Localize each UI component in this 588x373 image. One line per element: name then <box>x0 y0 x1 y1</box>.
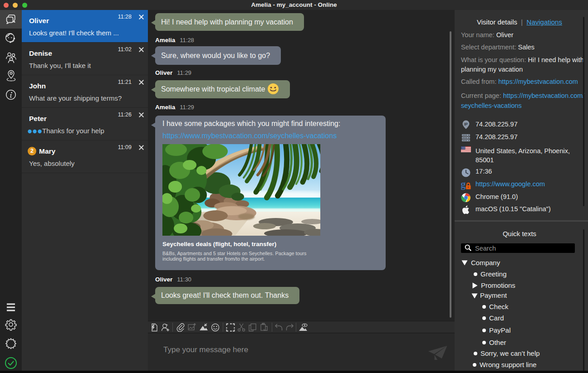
svg-text:g: g <box>461 180 466 190</box>
svg-text:IP: IP <box>464 122 468 126</box>
